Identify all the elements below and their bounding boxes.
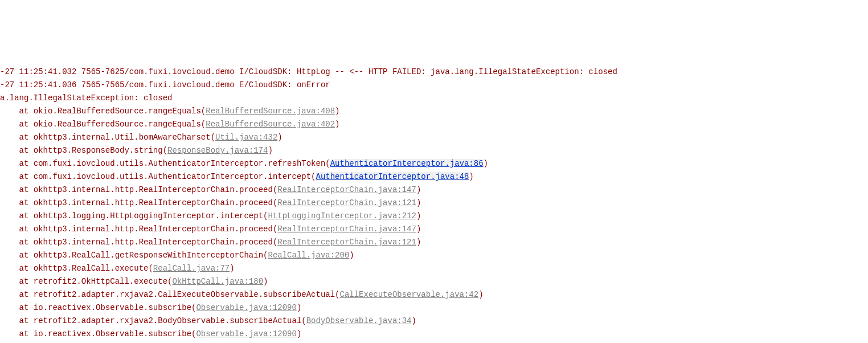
log-text: -27 11:25:41.036 7565-7565/com.fuxi.iovc… [0,80,330,89]
stack-frame: at retrofit2.adapter.rxjava2.CallExecute… [0,288,868,301]
stack-frame: at okhttp3.internal.http.RealInterceptor… [0,236,868,249]
stack-frame: at okhttp3.internal.http.RealInterceptor… [0,183,868,197]
stack-frame: at com.fuxi.iovcloud.utils.Authenticator… [0,157,868,170]
stack-frame-paren: ) [335,120,339,129]
source-link[interactable]: RealCall.java:77 [153,264,230,273]
source-link[interactable]: RealInterceptorChain.java:121 [277,238,416,247]
stack-frame-method: at okhttp3.internal.Util.bomAwareCharset… [0,133,215,142]
source-link[interactable]: RealBufferedSource.java:408 [206,107,335,116]
source-link[interactable]: HttpLoggingInterceptor.java:212 [268,211,416,220]
stack-frame-method: at io.reactivex.Observable.subscribe( [0,303,196,312]
stack-frame-method: at okhttp3.internal.http.RealInterceptor… [0,238,277,247]
stack-frame: at io.reactivex.internal.operators.obser… [0,341,868,343]
stack-frame-method: at retrofit2.adapter.rxjava2.BodyObserva… [0,316,306,325]
source-link[interactable]: CallExecuteObservable.java:42 [340,290,479,299]
stack-frame-method: at okhttp3.internal.http.RealInterceptor… [0,185,277,194]
source-link[interactable]: AuthenticatorInterceptor.java:48 [316,172,469,181]
stack-frame: at retrofit2.adapter.rxjava2.BodyObserva… [0,315,868,328]
stack-frame-paren: ) [297,329,301,338]
stack-frame: at okhttp3.internal.http.RealInterceptor… [0,197,868,210]
stack-frame-paren: ) [416,185,421,194]
stack-frame-method: at io.reactivex.Observable.subscribe( [0,329,196,338]
stack-frame: at okhttp3.logging.HttpLoggingIntercepto… [0,210,868,223]
log-text: -27 11:25:41.032 7565-7625/com.fuxi.iovc… [0,67,617,76]
stack-frame-paren: ) [263,277,268,286]
stack-frame: at okio.RealBufferedSource.rangeEquals(R… [0,118,868,131]
stack-frame-method: at okhttp3.logging.HttpLoggingIntercepto… [0,211,268,220]
stack-frame-method: at okhttp3.ResponseBody.string( [0,146,167,155]
stack-frame: at okhttp3.internal.Util.bomAwareCharset… [0,131,868,144]
log-line: -27 11:25:41.032 7565-7625/com.fuxi.iovc… [0,66,868,79]
stack-frame: at okio.RealBufferedSource.rangeEquals(R… [0,105,868,118]
stack-frame-paren: ) [349,251,354,260]
stack-frame-paren: ) [268,146,273,155]
stack-frame-paren: ) [412,316,416,325]
stack-frame-method: at retrofit2.OkHttpCall.execute( [0,277,172,286]
stack-frame-paren: ) [469,172,473,181]
stack-frame-paren: ) [297,303,301,312]
stack-frame-method: at com.fuxi.iovcloud.utils.Authenticator… [0,172,316,181]
stack-frame: at io.reactivex.Observable.subscribe(Obs… [0,301,868,315]
source-link[interactable]: Util.java:432 [215,133,277,142]
stack-frame-method: at okhttp3.internal.http.RealInterceptor… [0,224,277,234]
stack-frame-method: at retrofit2.adapter.rxjava2.CallExecute… [0,290,340,299]
stack-frame: at okhttp3.ResponseBody.string(ResponseB… [0,144,868,157]
stack-frame-method: at okhttp3.RealCall.getResponseWithInter… [0,251,268,260]
log-line: -27 11:25:41.036 7565-7565/com.fuxi.iovc… [0,79,868,92]
stack-frame-paren: ) [416,238,421,247]
stack-frame-method: at com.fuxi.iovcloud.utils.Authenticator… [0,159,330,168]
stack-frame: at com.fuxi.iovcloud.utils.Authenticator… [0,170,868,183]
stack-frame-method: at okio.RealBufferedSource.rangeEquals( [0,120,206,129]
source-link[interactable]: RealInterceptorChain.java:121 [277,198,416,207]
source-link[interactable]: Observable.java:12090 [196,303,296,312]
source-link[interactable]: RealInterceptorChain.java:147 [277,185,416,194]
stack-frame-paren: ) [416,211,421,220]
source-link[interactable]: BodyObservable.java:34 [306,316,412,325]
stack-frame-paren: ) [230,264,234,273]
stack-frame-paren: ) [277,133,282,142]
log-text: a.lang.IllegalStateException: closed [0,93,172,103]
stack-frame-method: at okhttp3.RealCall.execute( [0,264,153,273]
stack-frame: at okhttp3.internal.http.RealInterceptor… [0,223,868,236]
source-link[interactable]: RealInterceptorChain.java:147 [277,224,416,234]
stack-frame-paren: ) [484,159,488,168]
stack-frame-paren: ) [416,198,421,207]
stack-frame-paren: ) [335,107,339,116]
source-link[interactable]: ResponseBody.java:174 [167,146,268,155]
source-link[interactable]: RealBufferedSource.java:402 [206,120,335,129]
stack-frame: at okhttp3.RealCall.execute(RealCall.jav… [0,262,868,275]
stack-frame-paren: ) [416,224,421,234]
source-link[interactable]: AuthenticatorInterceptor.java:86 [330,159,484,168]
stack-frame-method: at okhttp3.internal.http.RealInterceptor… [0,198,277,207]
source-link[interactable]: RealCall.java:200 [268,251,349,260]
log-line: a.lang.IllegalStateException: closed [0,92,868,105]
stack-frame: at okhttp3.RealCall.getResponseWithInter… [0,249,868,262]
stack-frame: at io.reactivex.Observable.subscribe(Obs… [0,328,868,341]
source-link[interactable]: Observable.java:12090 [196,329,296,338]
stack-frame-method: at okio.RealBufferedSource.rangeEquals( [0,107,206,116]
stack-frame: at retrofit2.OkHttpCall.execute(OkHttpCa… [0,275,868,288]
stack-frame-paren: ) [478,290,483,299]
source-link[interactable]: OkHttpCall.java:180 [172,277,263,286]
